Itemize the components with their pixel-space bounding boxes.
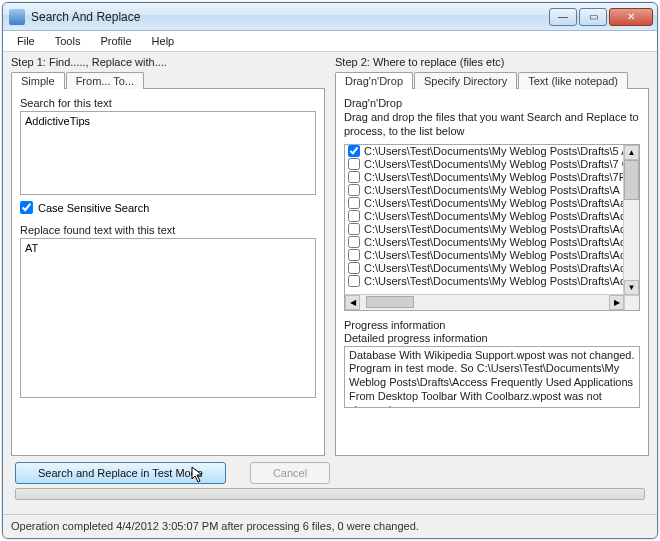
titlebar[interactable]: Search And Replace — ▭ ✕ — [3, 3, 657, 31]
file-list[interactable]: C:\Users\Test\Documents\My Weblog Posts\… — [344, 144, 640, 311]
step2-tab-content: Drag'n'Drop Drag and drop the files that… — [335, 88, 649, 456]
file-checkbox[interactable] — [348, 171, 360, 183]
file-path: C:\Users\Test\Documents\My Weblog Posts\… — [364, 171, 623, 183]
vscroll-thumb[interactable] — [624, 160, 639, 200]
file-row[interactable]: C:\Users\Test\Documents\My Weblog Posts\… — [345, 197, 623, 210]
maximize-button[interactable]: ▭ — [579, 8, 607, 26]
file-row[interactable]: C:\Users\Test\Documents\My Weblog Posts\… — [345, 249, 623, 262]
app-icon — [9, 9, 25, 25]
step1-label: Step 1: Find....., Replace with.... — [11, 56, 325, 68]
scroll-corner — [624, 295, 639, 310]
file-path: C:\Users\Test\Documents\My Weblog Posts\… — [364, 197, 623, 209]
scroll-up-icon[interactable]: ▲ — [624, 145, 639, 160]
cursor-icon — [191, 466, 205, 487]
progress-bar — [15, 488, 645, 500]
content-area: Step 1: Find....., Replace with.... Simp… — [3, 52, 657, 514]
file-row[interactable]: C:\Users\Test\Documents\My Weblog Posts\… — [345, 145, 623, 158]
search-text-label: Search for this text — [20, 97, 316, 109]
progress-label: Progress information — [344, 319, 640, 331]
file-path: C:\Users\Test\Documents\My Weblog Posts\… — [364, 210, 623, 222]
file-list-hscroll[interactable]: ◀ ▶ — [345, 294, 624, 310]
case-sensitive-checkbox[interactable] — [20, 201, 33, 214]
file-row[interactable]: C:\Users\Test\Documents\My Weblog Posts\… — [345, 275, 623, 288]
replace-text-label: Replace found text with this text — [20, 224, 316, 236]
step1-panel: Step 1: Find....., Replace with.... Simp… — [11, 56, 325, 456]
file-path: C:\Users\Test\Documents\My Weblog Posts\… — [364, 184, 623, 196]
window-frame: Search And Replace — ▭ ✕ File Tools Prof… — [2, 2, 658, 539]
status-bar: Operation completed 4/4/2012 3:05:07 PM … — [3, 514, 657, 538]
file-row[interactable]: C:\Users\Test\Documents\My Weblog Posts\… — [345, 171, 623, 184]
close-button[interactable]: ✕ — [609, 8, 653, 26]
file-row[interactable]: C:\Users\Test\Documents\My Weblog Posts\… — [345, 158, 623, 171]
file-checkbox[interactable] — [348, 236, 360, 248]
scroll-right-icon[interactable]: ▶ — [609, 295, 624, 310]
scroll-left-icon[interactable]: ◀ — [345, 295, 360, 310]
file-checkbox[interactable] — [348, 158, 360, 170]
step2-label: Step 2: Where to replace (files etc) — [335, 56, 649, 68]
menu-tools[interactable]: Tools — [45, 33, 91, 49]
search-replace-button[interactable]: Search and Replace in Test Mode — [15, 462, 226, 484]
replace-text-input[interactable] — [20, 238, 316, 398]
case-sensitive-label: Case Sensitive Search — [38, 202, 149, 214]
file-checkbox[interactable] — [348, 145, 360, 157]
file-path: C:\Users\Test\Documents\My Weblog Posts\… — [364, 145, 623, 157]
file-path: C:\Users\Test\Documents\My Weblog Posts\… — [364, 275, 623, 287]
file-checkbox[interactable] — [348, 184, 360, 196]
menu-file[interactable]: File — [7, 33, 45, 49]
file-list-vscroll[interactable]: ▲ ▼ — [623, 145, 639, 295]
file-path: C:\Users\Test\Documents\My Weblog Posts\… — [364, 262, 623, 274]
progress-output[interactable]: Database With Wikipedia Support.wpost wa… — [344, 346, 640, 408]
file-path: C:\Users\Test\Documents\My Weblog Posts\… — [364, 236, 623, 248]
step2-panel: Step 2: Where to replace (files etc) Dra… — [335, 56, 649, 456]
menubar: File Tools Profile Help — [3, 31, 657, 52]
progress-sublabel: Detailed progress information — [344, 332, 640, 344]
hscroll-thumb[interactable] — [366, 296, 414, 308]
file-path: C:\Users\Test\Documents\My Weblog Posts\… — [364, 223, 623, 235]
file-row[interactable]: C:\Users\Test\Documents\My Weblog Posts\… — [345, 210, 623, 223]
file-checkbox[interactable] — [348, 210, 360, 222]
menu-profile[interactable]: Profile — [90, 33, 141, 49]
dragndrop-heading: Drag'n'Drop — [344, 97, 640, 109]
tab-text-notepad[interactable]: Text (like notepad) — [518, 72, 628, 89]
dragndrop-instructions: Drag and drop the files that you want Se… — [344, 111, 640, 139]
file-row[interactable]: C:\Users\Test\Documents\My Weblog Posts\… — [345, 236, 623, 249]
minimize-button[interactable]: — — [549, 8, 577, 26]
file-checkbox[interactable] — [348, 223, 360, 235]
file-path: C:\Users\Test\Documents\My Weblog Posts\… — [364, 158, 623, 170]
file-row[interactable]: C:\Users\Test\Documents\My Weblog Posts\… — [345, 262, 623, 275]
file-row[interactable]: C:\Users\Test\Documents\My Weblog Posts\… — [345, 184, 623, 197]
file-checkbox[interactable] — [348, 197, 360, 209]
file-checkbox[interactable] — [348, 262, 360, 274]
tab-dragndrop[interactable]: Drag'n'Drop — [335, 72, 413, 89]
menu-help[interactable]: Help — [142, 33, 185, 49]
file-row[interactable]: C:\Users\Test\Documents\My Weblog Posts\… — [345, 223, 623, 236]
file-checkbox[interactable] — [348, 275, 360, 287]
file-path: C:\Users\Test\Documents\My Weblog Posts\… — [364, 249, 623, 261]
tab-simple[interactable]: Simple — [11, 72, 65, 89]
cancel-button: Cancel — [250, 462, 330, 484]
search-replace-button-label: Search and Replace in Test Mode — [38, 467, 203, 479]
tab-from-to[interactable]: From... To... — [66, 72, 144, 89]
scroll-down-icon[interactable]: ▼ — [624, 280, 639, 295]
step1-tab-content: Search for this text Case Sensitive Sear… — [11, 88, 325, 456]
file-checkbox[interactable] — [348, 249, 360, 261]
window-title: Search And Replace — [31, 10, 547, 24]
search-text-input[interactable] — [20, 111, 316, 195]
tab-specify-directory[interactable]: Specify Directory — [414, 72, 517, 89]
